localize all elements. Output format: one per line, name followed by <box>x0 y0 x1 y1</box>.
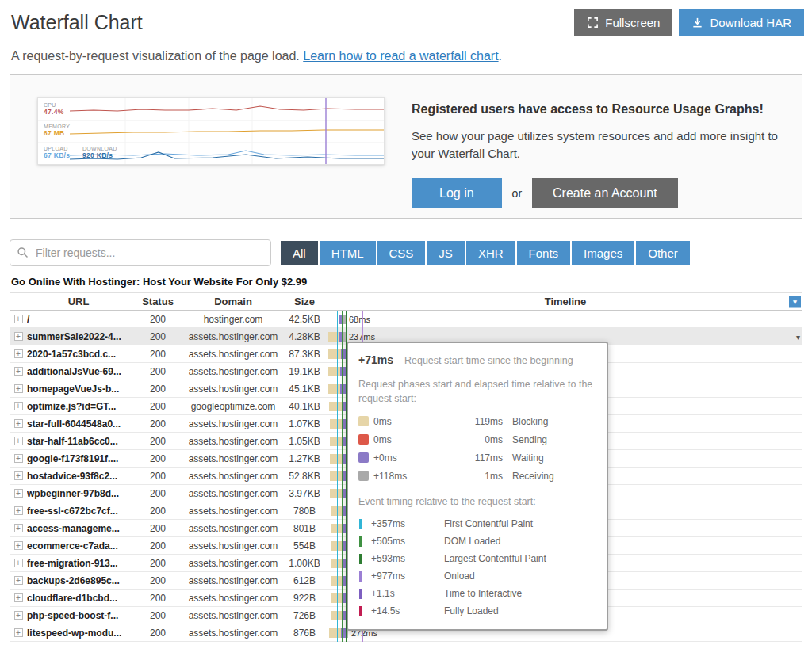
expand-icon[interactable]: + <box>14 471 23 480</box>
waterfall-bar[interactable] <box>331 611 347 620</box>
tab-other[interactable]: Other <box>636 241 690 265</box>
segment-waiting <box>342 419 346 429</box>
cell-url: access-manageme... <box>27 523 130 534</box>
cell-size: 19.1KB <box>281 366 328 377</box>
segment-blocking <box>330 489 343 498</box>
expand-icon[interactable]: + <box>14 541 23 550</box>
expand-icon[interactable]: + <box>14 593 23 602</box>
waterfall-bar[interactable] <box>328 384 347 394</box>
waterfall-bar[interactable] <box>331 559 347 568</box>
row-options-caret[interactable]: ▾ <box>796 332 800 341</box>
waterfall-bar[interactable] <box>331 576 347 586</box>
expand-icon[interactable]: + <box>14 524 23 532</box>
cell-url: php-speed-boost-f... <box>27 610 130 621</box>
expand-icon[interactable]: + <box>14 384 23 393</box>
event-label: DOM Loaded <box>444 536 500 547</box>
expand-icon[interactable]: + <box>14 576 23 585</box>
cell-url: ecommerce-c7ada... <box>27 540 130 551</box>
waterfall-bar[interactable] <box>328 349 347 359</box>
download-har-button[interactable]: Download HAR <box>679 9 804 36</box>
event-row: +505msDOM Loaded <box>358 532 596 550</box>
tab-fonts[interactable]: Fonts <box>517 241 571 265</box>
tab-html[interactable]: HTML <box>320 241 376 265</box>
expand-icon[interactable]: + <box>14 611 23 620</box>
expand-icon[interactable]: + <box>14 437 23 445</box>
cell-url: optimize.js?id=GT... <box>27 401 130 412</box>
waterfall-bar[interactable] <box>330 489 347 498</box>
cell-domain: assets.hostinger.com <box>186 610 281 621</box>
waterfall-bar[interactable] <box>331 541 347 551</box>
expand-icon[interactable]: + <box>14 367 23 376</box>
waterfall-bar[interactable]: 237ms <box>328 332 375 342</box>
expand-icon[interactable]: + <box>14 506 23 515</box>
waterfall-bar[interactable] <box>331 593 347 603</box>
waterfall-bar[interactable] <box>330 437 346 446</box>
column-status[interactable]: Status <box>130 296 186 307</box>
create-account-button[interactable]: Create an Account <box>532 178 678 208</box>
timeline-options-button[interactable]: ▾ <box>789 296 801 307</box>
expand-icon[interactable]: + <box>14 419 23 428</box>
login-button[interactable]: Log in <box>412 178 502 208</box>
tab-images[interactable]: Images <box>572 241 634 265</box>
fullscreen-label: Fullscreen <box>605 16 660 29</box>
phase-swatch <box>358 471 369 481</box>
segment-waiting <box>340 384 347 394</box>
filter-requests-input[interactable] <box>10 239 271 266</box>
column-url[interactable]: URL <box>27 296 130 307</box>
column-size[interactable]: Size <box>281 296 328 307</box>
expand-icon[interactable]: + <box>14 349 23 358</box>
phase-label: Sending <box>512 434 547 445</box>
cell-domain: assets.hostinger.com <box>186 488 281 499</box>
cell-status: 200 <box>130 610 186 621</box>
waterfall-bar[interactable] <box>328 367 346 376</box>
tab-all[interactable]: All <box>281 241 318 265</box>
waterfall-help-link[interactable]: Learn how to read a waterfall chart <box>303 49 498 63</box>
segment-receiving <box>343 332 346 342</box>
waterfall-bar[interactable] <box>330 471 347 481</box>
phase-row: +0ms117msWaiting <box>358 448 596 467</box>
expand-icon[interactable]: + <box>14 315 23 323</box>
waterfall-bar[interactable]: 68ms <box>339 315 370 324</box>
event-swatch <box>359 554 362 564</box>
promo-heading: Registered users have access to Resource… <box>412 102 786 116</box>
waterfall-bar[interactable] <box>331 524 347 533</box>
cell-size: 3.97KB <box>281 488 328 499</box>
expand-cell: + <box>10 611 27 620</box>
expand-icon[interactable]: + <box>14 628 23 637</box>
column-timeline[interactable]: Timeline ▾ <box>328 296 802 307</box>
fullscreen-button[interactable]: Fullscreen <box>574 9 672 36</box>
cell-domain: assets.hostinger.com <box>186 453 281 464</box>
expand-cell: + <box>10 593 27 602</box>
waterfall-bar[interactable] <box>330 419 346 429</box>
segment-waiting <box>342 437 346 446</box>
ad-banner-text[interactable]: Go Online With Hostinger: Host Your Webs… <box>11 276 801 288</box>
tab-css[interactable]: CSS <box>377 241 426 265</box>
cell-status: 200 <box>130 331 186 342</box>
expand-icon[interactable]: + <box>14 332 23 341</box>
cell-url: free-migration-913... <box>27 558 130 569</box>
table-row[interactable]: +/200hostinger.com42.5KB68ms <box>10 311 802 328</box>
expand-icon[interactable]: + <box>14 402 23 410</box>
column-domain[interactable]: Domain <box>186 296 281 307</box>
waterfall-bar[interactable] <box>331 506 347 516</box>
tab-js[interactable]: JS <box>427 241 465 265</box>
expand-icon[interactable]: + <box>14 454 23 463</box>
phase-label: Blocking <box>512 416 548 427</box>
event-row: +977msOnload <box>358 567 596 585</box>
tooltip-phases-heading: Request phases start and elapsed time re… <box>358 377 596 406</box>
cell-url: backups-2d6e895c... <box>27 575 130 586</box>
expand-cell: + <box>10 506 27 515</box>
expand-icon[interactable]: + <box>14 559 23 567</box>
waterfall-bar[interactable] <box>330 454 347 464</box>
tab-xhr[interactable]: XHR <box>466 241 515 265</box>
phase-swatch <box>358 416 369 426</box>
cell-domain: hostinger.com <box>186 314 281 325</box>
expand-icon[interactable]: + <box>14 489 23 498</box>
expand-cell: + <box>10 524 27 532</box>
cell-status: 200 <box>130 401 186 412</box>
phase-swatch <box>358 452 369 463</box>
waterfall-bar[interactable] <box>329 402 347 411</box>
segment-blocking <box>331 506 343 516</box>
segment-blocking <box>329 628 341 638</box>
segment-blocking <box>331 593 343 603</box>
